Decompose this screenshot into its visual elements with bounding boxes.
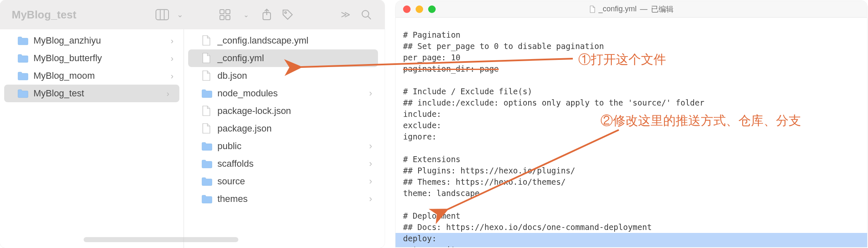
editor-title: _config.yml — 已编辑 [589, 4, 673, 14]
folder-icon [18, 54, 28, 63]
share-icon[interactable] [260, 8, 273, 21]
code-line: theme: landscape [403, 188, 860, 199]
code-line [403, 75, 860, 86]
file-icon [202, 123, 211, 134]
folder-icon [202, 194, 212, 204]
list-item[interactable]: scaffolds› [184, 155, 382, 173]
code-line: # Deployment [403, 210, 860, 222]
list-item[interactable]: db.json [184, 67, 382, 85]
finder-toolbar: MyBlog_test ⌄ ⌄ ≫ [0, 0, 385, 29]
grid-chevron-icon[interactable]: ⌄ [239, 8, 253, 21]
list-item-label: scaffolds [217, 158, 253, 169]
window-controls[interactable] [403, 5, 436, 13]
list-item-label: themes [217, 194, 248, 204]
code-line: exclude: [403, 120, 860, 131]
list-item[interactable]: public› [184, 137, 382, 155]
editor-status: 已编辑 [651, 4, 674, 14]
chevron-right-icon: › [171, 54, 174, 63]
sidebar-item-label: MyBlog_test [33, 88, 84, 99]
chevron-right-icon: › [369, 176, 372, 187]
file-icon [202, 35, 211, 46]
file-icon [202, 106, 211, 116]
code-line: ## Plugins: https://hexo.io/plugins/ [403, 165, 860, 176]
code-line: ## Set per_page to 0 to disable paginati… [403, 41, 860, 52]
finder-column-2[interactable]: _config.landscape.yml_config.ymldb.jsonn… [184, 29, 385, 248]
finder-column-1[interactable]: MyBlog_anzhiyu›MyBlog_butterfly›MyBlog_m… [0, 29, 184, 248]
list-item[interactable]: themes› [184, 190, 382, 208]
code-line-highlighted: type: git [396, 244, 867, 247]
sidebar-item-label: MyBlog_anzhiyu [33, 35, 101, 46]
svg-rect-0 [156, 10, 168, 20]
list-item-label: db.json [217, 70, 247, 81]
minimize-button[interactable] [416, 5, 423, 13]
maximize-button[interactable] [428, 5, 436, 13]
scrollbar-horizontal[interactable] [84, 237, 238, 242]
sidebar-item[interactable]: MyBlog_test› [4, 85, 179, 102]
sidebar-item-label: MyBlog_butterfly [33, 53, 102, 64]
editor-titlebar: _config.yml — 已编辑 [396, 1, 867, 18]
finder-window: MyBlog_test ⌄ ⌄ ≫ MyBlog_anzhiyu›MyBlog_… [0, 0, 385, 248]
chevron-right-icon: › [171, 71, 174, 81]
list-item[interactable]: node_modules› [184, 85, 382, 102]
list-item[interactable]: source› [184, 173, 382, 190]
editor-content[interactable]: # Pagination## Set per_page to 0 to disa… [396, 18, 867, 247]
chevron-right-icon: › [369, 88, 372, 99]
code-line [403, 199, 860, 210]
code-line: include: [403, 108, 860, 120]
code-line: ## Themes: https://hexo.io/themes/ [403, 176, 860, 188]
code-line: ## include:/exclude: options only apply … [403, 97, 860, 108]
chevron-right-icon: › [171, 36, 174, 46]
sidebar-item-label: MyBlog_moom [33, 70, 95, 81]
folder-icon [202, 89, 212, 98]
more-icon[interactable]: ≫ [339, 8, 352, 21]
list-item-label: node_modules [217, 88, 278, 99]
chevron-right-icon: › [369, 141, 372, 152]
grid-icon[interactable] [218, 8, 232, 21]
list-item[interactable]: _config.landscape.yml [184, 32, 382, 49]
document-icon [589, 5, 595, 13]
code-line [403, 142, 860, 154]
list-item-label: package.json [217, 123, 272, 134]
search-icon[interactable] [360, 8, 373, 21]
folder-icon [202, 159, 212, 168]
chevron-right-icon: › [369, 158, 372, 169]
svg-line-11 [368, 16, 371, 19]
svg-point-9 [285, 12, 286, 13]
code-line: # Pagination [403, 29, 860, 41]
list-item-label: package-lock.json [217, 106, 291, 116]
editor-dash: — [640, 5, 648, 13]
sidebar-item[interactable]: MyBlog_moom› [0, 67, 184, 85]
list-item[interactable]: package.json [184, 120, 382, 137]
list-item-label: public [217, 141, 241, 152]
list-item[interactable]: package-lock.json [184, 102, 382, 120]
svg-rect-6 [226, 16, 230, 20]
file-icon [202, 53, 211, 64]
code-line: # Extensions [403, 154, 860, 165]
code-line-highlighted: deploy: [396, 233, 867, 244]
folder-icon [202, 177, 212, 186]
chevron-right-icon: › [166, 89, 169, 98]
list-item-label: _config.yml [217, 53, 264, 64]
code-line: per_page: 10 [403, 52, 860, 63]
view-chevron-icon[interactable]: ⌄ [173, 8, 186, 21]
editor-window: _config.yml — 已编辑 # Pagination## Set per… [396, 1, 867, 247]
svg-rect-4 [226, 10, 230, 14]
list-item[interactable]: _config.yml [188, 49, 378, 67]
code-line: ignore: [403, 131, 860, 142]
folder-icon [18, 36, 28, 45]
tag-icon[interactable] [281, 8, 294, 21]
chevron-right-icon: › [369, 194, 372, 204]
close-button[interactable] [403, 5, 411, 13]
code-line: ## Docs: https://hexo.io/docs/one-comman… [403, 222, 860, 233]
editor-filename: _config.yml [598, 5, 636, 13]
file-icon [202, 70, 211, 81]
folder-icon [202, 142, 212, 151]
folder-icon [18, 71, 28, 80]
sidebar-item[interactable]: MyBlog_anzhiyu› [0, 32, 184, 49]
view-columns-icon[interactable] [156, 8, 169, 21]
code-line: # Include / Exclude file(s) [403, 86, 860, 97]
svg-point-10 [362, 10, 369, 17]
svg-rect-5 [220, 16, 224, 20]
sidebar-item[interactable]: MyBlog_butterfly› [0, 49, 184, 67]
folder-icon [18, 89, 28, 98]
